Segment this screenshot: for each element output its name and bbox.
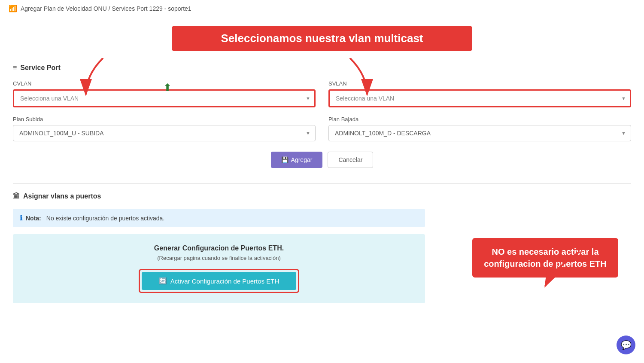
service-port-icon: ≡ <box>13 64 17 72</box>
cancelar-button-label: Cancelar <box>338 156 362 163</box>
eth-config-subtitle: (Recargar pagina cuando se finalice la a… <box>21 255 416 261</box>
cvlan-label: CVLAN <box>13 80 316 87</box>
activate-eth-button-label: Activar Configuración de Puertos ETH <box>170 278 279 285</box>
svlan-select-wrapper: Selecciona una VLAN <box>328 89 631 107</box>
cvlan-select[interactable]: Selecciona una VLAN <box>13 89 316 107</box>
service-port-title: Service Port <box>20 64 60 72</box>
plan-subida-group: Plan Subida ADMINOLT_100M_U - SUBIDA <box>13 116 316 141</box>
asignar-vlans-header: 🏛 Asignar vlans a puertos <box>13 192 631 200</box>
agregar-button[interactable]: 💾 Agregar <box>271 152 323 168</box>
agregar-button-label: Agregar <box>291 156 313 163</box>
eth-config-title: Generar Configuracion de Puertos ETH. <box>21 244 416 252</box>
activate-eth-button[interactable]: 🔄 Activar Configuración de Puertos ETH <box>142 272 296 290</box>
annotation-top-text: Seleccionamos nuestra vlan multicast <box>221 32 423 45</box>
service-port-form: CVLAN Selecciona una VLAN SVLAN Seleccio… <box>13 80 631 141</box>
save-icon: 💾 <box>281 156 289 163</box>
wifi-icon: 📶 <box>9 4 17 12</box>
refresh-icon: 🔄 <box>159 277 167 285</box>
cancelar-button[interactable]: Cancelar <box>328 152 373 168</box>
plan-bajada-label: Plan Bajada <box>328 116 631 122</box>
svlan-select[interactable]: Selecciona una VLAN <box>328 89 631 107</box>
asignar-vlans-title: Asignar vlans a puertos <box>23 192 101 200</box>
section-divider <box>13 183 631 184</box>
plan-subida-select[interactable]: ADMINOLT_100M_U - SUBIDA <box>13 125 316 141</box>
svlan-group: SVLAN Selecciona una VLAN <box>328 80 631 107</box>
info-icon: ℹ <box>20 214 22 222</box>
page-content: Seleccionamos nuestra vlan multicast ⬆ ≡… <box>0 17 644 316</box>
plan-subida-label: Plan Subida <box>13 116 316 122</box>
action-buttons: 💾 Agregar Cancelar <box>13 152 631 168</box>
asignar-vlans-section: 🏛 Asignar vlans a puertos ℹ Nota: No exi… <box>13 192 631 303</box>
plan-bajada-group: Plan Bajada ADMINOLT_100M_D - DESCARGA <box>328 116 631 141</box>
plan-bajada-select[interactable]: ADMINOLT_100M_D - DESCARGA <box>328 125 631 141</box>
vlans-section-icon: 🏛 <box>13 192 20 200</box>
annotation-bottom-right-text: NO es necesario activar la configuracion… <box>484 247 607 268</box>
service-port-header: ≡ Service Port <box>13 64 631 72</box>
eth-config-btn-wrapper: 🔄 Activar Configuración de Puertos ETH <box>139 269 299 293</box>
plan-subida-select-wrapper: ADMINOLT_100M_U - SUBIDA <box>13 125 316 141</box>
cvlan-select-wrapper: Selecciona una VLAN <box>13 89 316 107</box>
annotation-box-right: NO es necesario activar la configuracion… <box>472 238 618 278</box>
service-port-section: ≡ Service Port CVLAN Selecciona una VLAN… <box>13 64 631 168</box>
eth-config-box: Generar Configuracion de Puertos ETH. (R… <box>13 234 425 303</box>
svlan-label: SVLAN <box>328 80 631 87</box>
breadcrumb: Agregar Plan de Velocidad ONU / Services… <box>21 5 191 12</box>
annotation-banner-top: Seleccionamos nuestra vlan multicast <box>172 26 472 51</box>
info-box: ℹ Nota: No existe configuración de puert… <box>13 209 425 227</box>
cvlan-group: CVLAN Selecciona una VLAN <box>13 80 316 107</box>
nota-text: No existe configuración de puertos activ… <box>46 215 165 222</box>
nota-label: Nota: <box>26 215 41 222</box>
plan-bajada-select-wrapper: ADMINOLT_100M_D - DESCARGA <box>328 125 631 141</box>
top-bar: 📶 Agregar Plan de Velocidad ONU / Servic… <box>0 0 644 17</box>
